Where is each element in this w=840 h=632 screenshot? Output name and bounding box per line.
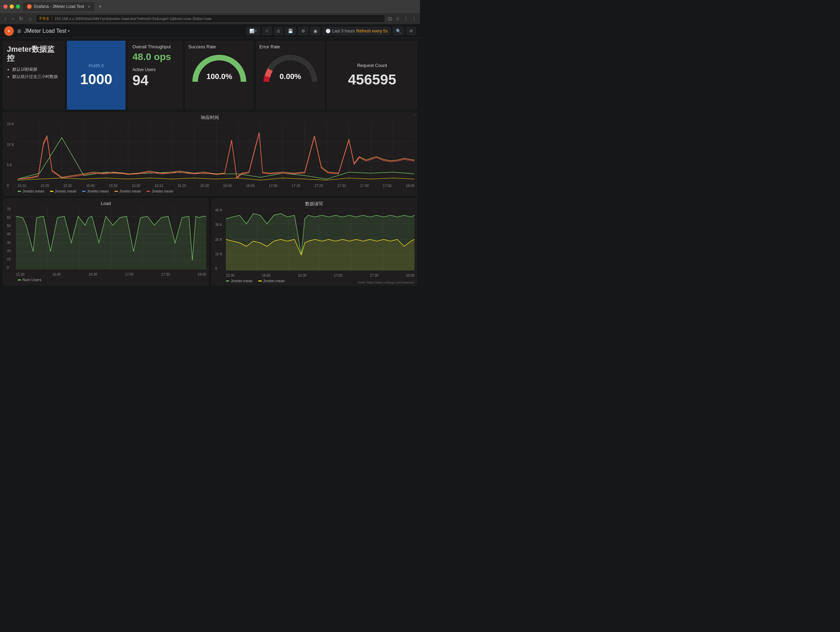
bullet-1: 默认10秒刷新 — [13, 66, 61, 73]
x-label: 17:00 — [268, 184, 277, 188]
refresh-button[interactable]: ↺ — [406, 27, 416, 35]
browser-dots — [3, 5, 20, 9]
data-rw-legend-color-2 — [258, 280, 262, 281]
load-chart-area: 70 60 50 40 30 20 10 0 — [6, 207, 206, 276]
y-label-0: 0 — [7, 184, 16, 188]
legend-item-2: Jmeter.mean — [50, 189, 77, 193]
x-rw-1800: 18:00 — [406, 273, 414, 277]
expand-icon[interactable]: ⤢ — [413, 113, 416, 118]
header-actions: 📊+ ☆ ⎙ 💾 ⚙ ▣ 🕐 Last 3 hours Refresh ever… — [246, 27, 416, 35]
data-rw-legend-2: Jmeter.mean — [258, 279, 285, 283]
x-label: 17:50 — [383, 184, 392, 188]
close-dot[interactable] — [3, 5, 8, 9]
forward-button[interactable]: › — [11, 15, 15, 22]
legend-item-4: Jmeter.mean — [114, 189, 141, 193]
x-label: 17:10 — [292, 184, 300, 188]
panel-request-count: Request Count 456595 — [327, 41, 417, 110]
svg-marker-40 — [16, 216, 206, 269]
search-button[interactable]: 🔍 — [393, 27, 404, 35]
browser-chrome: G Grafana - JMeter Load Test ✕ + ‹ › ↻ ⌂… — [0, 0, 420, 24]
new-tab-button[interactable]: + — [99, 3, 102, 9]
data-rw-y-labels: 40 K 30 K 20 K 10 K 0 — [214, 209, 226, 270]
top-row-panels: Jmeter数据监控 默认10秒刷新 默认统计过去三小时数据 Pct95.0 1… — [3, 41, 417, 110]
dashboard-title[interactable]: JMeter Load Test ▾ — [24, 28, 69, 34]
data-rw-legend-1: Jmeter.mean — [226, 279, 253, 283]
tab-title: Grafana - JMeter Load Test — [34, 4, 84, 9]
x-label: 16:10 — [155, 184, 163, 188]
x-rw-1730: 17:30 — [370, 273, 379, 277]
y-20: 20 — [7, 249, 14, 253]
back-button[interactable]: ‹ — [3, 15, 8, 22]
legend-item-5: Jmeter.mean — [147, 189, 174, 193]
data-rw-title: 数据读写 — [214, 201, 414, 207]
add-panel-icon: 📊+ — [249, 28, 257, 33]
y-10k: 10 K — [215, 252, 224, 256]
tab-close-icon[interactable]: ✕ — [88, 5, 90, 9]
x-label: 15:10 — [17, 184, 26, 188]
load-y-labels: 70 60 50 40 30 20 10 0 — [6, 207, 16, 269]
nav-actions: ⊡ ☆ ⋮ ⋮ — [388, 16, 417, 21]
menu-icon[interactable]: ⋮ — [412, 16, 417, 21]
panel-error-rate: Error Rate 0.00% — [256, 41, 325, 110]
pct95-label: Pct95.0 — [88, 63, 104, 68]
add-panel-button[interactable]: 📊+ — [246, 27, 260, 35]
home-button[interactable]: ⌂ — [27, 15, 33, 22]
legend-label-3: Jmeter.mean — [87, 189, 109, 193]
star-button[interactable]: ☆ — [262, 27, 272, 35]
dashboard: Jmeter数据监控 默认10秒刷新 默认统计过去三小时数据 Pct95.0 1… — [0, 38, 420, 288]
settings-button[interactable]: ⚙ — [298, 27, 308, 35]
grafana-logo[interactable]: G — [4, 26, 14, 36]
response-time-chart-area: 15 K 10 K 5 K 0 — [6, 122, 414, 188]
load-x-labels: 15:30 16:00 16:30 17:00 17:30 18:00 — [16, 273, 206, 276]
security-indicator: 不安全 — [39, 16, 49, 21]
svg-text:0.00%: 0.00% — [279, 72, 301, 81]
error-rate-label: Error Rate — [259, 44, 280, 49]
tv-mode-button[interactable]: ▣ — [310, 27, 321, 35]
x-1530: 15:30 — [16, 273, 24, 276]
active-users-label: Active Users — [133, 67, 178, 72]
svg-marker-52 — [226, 239, 414, 270]
svg-text:G: G — [8, 29, 10, 33]
grafana-header: G ⊞ JMeter Load Test ▾ 📊+ ☆ ⎙ 💾 ⚙ ▣ 🕐 La… — [0, 24, 420, 38]
panel-info-bullets: 默认10秒刷新 默认统计过去三小时数据 — [7, 66, 61, 81]
bookmark-icon[interactable]: ☆ — [396, 16, 400, 21]
x-label: 17:20 — [314, 184, 323, 188]
request-count-label: Request Count — [357, 63, 387, 68]
x-label: 16:30 — [201, 184, 209, 188]
minimize-dot[interactable] — [9, 5, 14, 9]
watermark: From: https://www.cnblogs.com/Detector/ — [358, 281, 414, 284]
time-range-picker[interactable]: 🕐 Last 3 hours Refresh every 5s — [322, 27, 391, 35]
success-rate-gauge: 100.0% — [192, 51, 247, 85]
maximize-dot[interactable] — [16, 5, 20, 9]
y-20k: 20 K — [215, 238, 224, 242]
throughput-label: Overall Throughput — [133, 44, 178, 49]
save-button[interactable]: 💾 — [285, 27, 296, 35]
data-rw-legend-label-2: Jmeter.mean — [263, 279, 285, 283]
load-legend: Num Users — [6, 276, 206, 282]
panel-data-rw: 数据读写 40 K 30 K 20 K 10 K 0 — [211, 198, 417, 286]
legend-color-4 — [114, 191, 118, 192]
y-label-5k: 5 K — [7, 163, 16, 167]
x-1700: 17:00 — [125, 273, 133, 276]
legend-item-1: Jmeter.mean — [17, 189, 44, 193]
reload-button[interactable]: ↻ — [17, 15, 24, 22]
share-button[interactable]: ⎙ — [274, 27, 283, 35]
grid-icon[interactable]: ⊞ — [17, 28, 21, 34]
refresh-rate-label: Refresh every 5s — [356, 28, 388, 33]
browser-tab[interactable]: G Grafana - JMeter Load Test ✕ — [23, 2, 95, 11]
address-bar[interactable]: 不安全 | 192.168.x.x:3000/d/aGA8kYymk/jmete… — [36, 14, 385, 23]
extension-icon[interactable]: ⋮ — [403, 16, 408, 21]
time-range-label: Last 3 hours — [332, 28, 355, 33]
translate-icon[interactable]: ⊡ — [388, 16, 392, 21]
legend-color-1 — [17, 191, 21, 192]
x-label: 16:40 — [223, 184, 232, 188]
y-30: 30 — [7, 241, 14, 245]
response-time-x-labels: 15:10 15:20 15:30 15:40 15:50 16:00 16:1… — [17, 184, 414, 188]
response-time-title: 响应时间 — [6, 115, 414, 121]
legend-color-3 — [82, 191, 85, 192]
x-label: 15:30 — [63, 184, 72, 188]
legend-label-4: Jmeter.mean — [119, 189, 141, 193]
response-time-legend: Jmeter.mean Jmeter.mean Jmeter.mean Jmet… — [6, 188, 414, 193]
bottom-row-panels: Load 70 60 50 40 30 20 10 0 — [3, 198, 417, 286]
panel-success-rate: Success Rate 100.0% — [185, 41, 254, 110]
